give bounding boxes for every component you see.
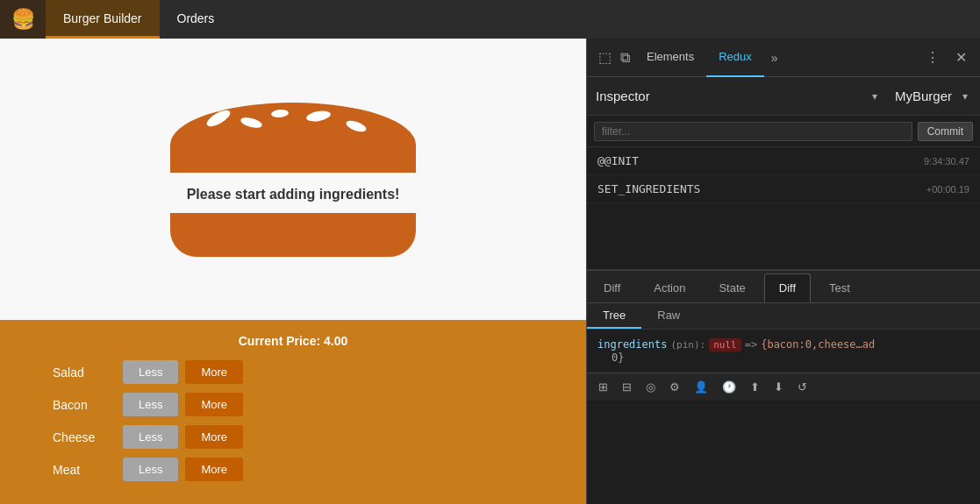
nav-tab-orders[interactable]: Orders xyxy=(160,0,232,39)
nav-tab-burger-builder[interactable]: Burger Builder xyxy=(46,0,160,39)
bun-top xyxy=(170,103,416,173)
more-button-salad[interactable]: More xyxy=(185,360,243,384)
tab-elements[interactable]: Elements xyxy=(634,39,706,77)
close-icon[interactable]: ✕ xyxy=(951,47,971,67)
settings-icon[interactable]: ⋮ xyxy=(921,47,944,67)
less-button-cheese[interactable]: Less xyxy=(123,425,178,449)
gear-icon-bottom[interactable]: ⚙ xyxy=(665,379,684,395)
myburger-title: MyBurger xyxy=(895,89,952,103)
more-button-meat[interactable]: More xyxy=(185,458,243,481)
refresh-icon[interactable]: ↺ xyxy=(793,379,812,395)
devtools-tabs: ⬚ ⧉ Elements Redux » xyxy=(587,39,912,77)
action-name-set-ingredients: SET_INGREDIENTS xyxy=(597,182,700,195)
bottom-panel: Diff Action State Diff Test Tree xyxy=(587,270,980,401)
target-icon[interactable]: ◎ xyxy=(641,379,660,395)
subtab-row: Tree Raw xyxy=(587,303,980,330)
action-time-init: 9:34:30.47 xyxy=(924,156,969,167)
ingredient-row-meat: Meat Less More xyxy=(53,458,533,481)
action-item-init[interactable]: @@INIT 9:34:30.47 xyxy=(587,147,980,175)
devtools-topbar: ⬚ ⧉ Elements Redux » ⋮ ✕ xyxy=(587,39,980,77)
bun-seed-3 xyxy=(345,118,368,134)
filter-input[interactable] xyxy=(594,122,912,141)
bun-bottom xyxy=(170,213,416,257)
inspector-row: Inspector ▾ MyBurger ▾ xyxy=(587,77,980,116)
less-button-bacon[interactable]: Less xyxy=(123,393,178,416)
code-null: null xyxy=(709,338,741,351)
copy-icon[interactable]: ⧉ xyxy=(616,48,634,67)
burger-icon: 🍔 xyxy=(11,8,35,31)
less-button-salad[interactable]: Less xyxy=(123,360,178,384)
code-line-2: 0} xyxy=(597,351,969,364)
user-icon[interactable]: 👤 xyxy=(690,379,712,395)
burger-message: Please start adding ingredients! xyxy=(187,187,400,202)
subtab-tree[interactable]: Tree xyxy=(587,303,641,329)
bun-seed-2 xyxy=(305,109,331,123)
less-button-meat[interactable]: Less xyxy=(123,458,178,481)
devtools-panel: ⬚ ⧉ Elements Redux » ⋮ ✕ Inspector ▾ MyB… xyxy=(586,39,980,504)
clock-icon[interactable]: 🕐 xyxy=(718,379,740,395)
app-area: Please start adding ingredients! Current… xyxy=(0,39,586,504)
code-key-ingredients: ingredients xyxy=(597,338,667,351)
code-new-value: {bacon:0,cheese…ad xyxy=(761,338,875,351)
ingredient-row-salad: Salad Less More xyxy=(53,360,533,384)
action-time-set-ingredients: +00:00.19 xyxy=(926,184,969,195)
more-button-bacon[interactable]: More xyxy=(185,393,243,416)
burger-display: Please start adding ingredients! xyxy=(0,39,586,320)
devtools-bottombar: ⊞ ⊟ ◎ ⚙ 👤 🕐 ⬆ ⬇ ↺ xyxy=(587,373,980,401)
app-logo: 🍔 xyxy=(0,0,46,39)
cursor-icon[interactable]: ⬚ xyxy=(594,47,616,67)
ingredient-label-meat: Meat xyxy=(53,463,123,477)
action-list: @@INIT 9:34:30.47 SET_INGREDIENTS +00:00… xyxy=(587,147,980,270)
grid-icon[interactable]: ⊞ xyxy=(594,379,612,395)
code-arrow: => xyxy=(745,338,757,351)
panel-tab-state[interactable]: State xyxy=(704,273,760,302)
ingredient-label-cheese: Cheese xyxy=(53,430,123,444)
panel-tab-action[interactable]: Action xyxy=(639,273,700,302)
commit-button[interactable]: Commit xyxy=(918,122,973,141)
ingredient-label-bacon: Bacon xyxy=(53,398,123,412)
panel-tab-diff-inactive[interactable]: Diff xyxy=(589,273,635,302)
filter-row: Commit xyxy=(587,116,980,147)
panel-tab-row: Diff Action State Diff Test xyxy=(587,270,980,303)
panel-tab-test[interactable]: Test xyxy=(814,273,865,302)
panel-tab-diff-active[interactable]: Diff xyxy=(764,273,811,302)
controls-area: Current Price: 4.00 Salad Less More Baco… xyxy=(0,320,586,504)
tab-redux[interactable]: Redux xyxy=(706,39,764,77)
price-value: 4.00 xyxy=(324,334,347,348)
code-line-1: ingredients (pin): null => {bacon:0,chee… xyxy=(597,338,969,351)
bun-seed-4 xyxy=(271,109,290,118)
action-name-init: @@INIT xyxy=(597,154,639,167)
devtools-control-icons: ⋮ ✕ xyxy=(912,47,980,67)
inspector-dropdown-btn[interactable]: ▾ xyxy=(869,89,881,104)
more-button-cheese[interactable]: More xyxy=(185,425,243,449)
minus-icon[interactable]: ⊟ xyxy=(618,379,636,395)
code-pin: (pin): xyxy=(670,339,705,351)
action-item-set-ingredients[interactable]: SET_INGREDIENTS +00:00.19 xyxy=(587,175,980,203)
ingredient-row-cheese: Cheese Less More xyxy=(53,425,533,449)
myburger-dropdown-btn[interactable]: ▾ xyxy=(959,89,971,104)
subtab-raw[interactable]: Raw xyxy=(641,303,696,329)
top-nav: 🍔 Burger Builder Orders xyxy=(0,0,980,39)
more-tabs-icon[interactable]: » xyxy=(764,51,785,65)
ingredient-row-bacon: Bacon Less More xyxy=(53,393,533,416)
inspector-title: Inspector xyxy=(596,89,862,103)
ingredient-label-salad: Salad xyxy=(53,366,123,380)
price-display: Current Price: 4.00 xyxy=(53,334,533,348)
main-layout: Please start adding ingredients! Current… xyxy=(0,39,980,504)
download-icon[interactable]: ⬇ xyxy=(769,379,788,395)
upload-icon[interactable]: ⬆ xyxy=(746,379,764,395)
code-area: ingredients (pin): null => {bacon:0,chee… xyxy=(587,330,980,373)
